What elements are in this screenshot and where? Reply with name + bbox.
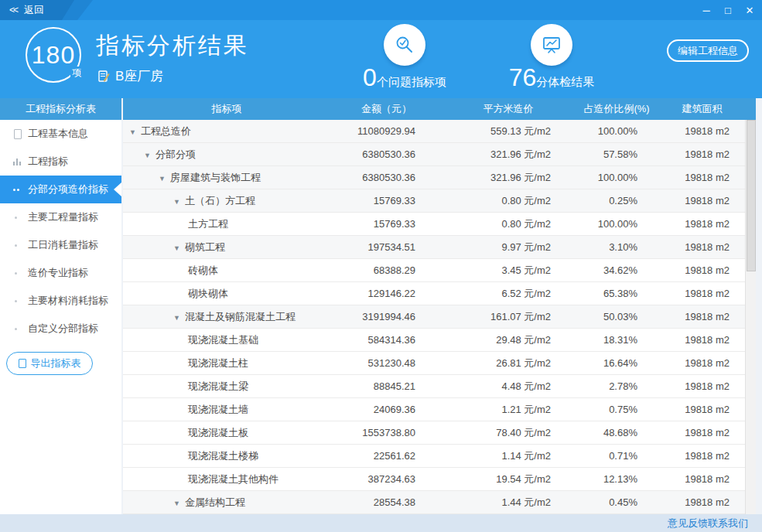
table-row[interactable]: 现浇混凝土墙 24069.36 1.21 元/m2 0.75% 19818 m2 [123,398,756,421]
scrollbar-thumb[interactable] [747,120,756,271]
export-indicator-table-button[interactable]: 导出指标表 [6,352,93,375]
sidebar-item[interactable]: 自定义分部指标 [0,315,121,343]
amount-value: 531230.48 [330,357,443,369]
amount-value: 68388.29 [330,264,443,276]
maximize-button[interactable]: □ [717,0,739,20]
table-row[interactable]: 土方工程 15769.33 0.80 元/m2 100.00% 19818 m2 [123,213,756,236]
amount-value: 24069.36 [330,404,443,415]
collapse-triangle-icon[interactable]: ▼ [173,314,180,322]
back-button[interactable]: << 返回 [0,0,74,20]
table-row[interactable]: 砌块砌体 129146.22 6.52 元/m2 65.38% 19818 m2 [123,282,756,305]
collapse-triangle-icon[interactable]: ▼ [173,244,180,252]
unit-price-value: 9.97 元/m2 [443,240,574,254]
collapse-triangle-icon[interactable]: ▼ [159,175,166,182]
table-row[interactable]: ▼工程总造价 11080929.94 559.13 元/m2 100.00% 1… [123,120,756,143]
sidebar-item[interactable]: 工程基本信息 [0,120,121,148]
header-banner: 180 项 指标分析结果 B座厂房 0个问题指标项 [0,20,762,98]
indicator-label: 砌筑工程 [185,241,225,253]
table-row[interactable]: ▼房屋建筑与装饰工程 6380530.36 321.96 元/m2 100.00… [123,166,756,189]
cost-ratio-value: 48.68% [574,427,659,438]
page-title: 指标分析结果 [96,30,249,62]
unit-price-value: 26.81 元/m2 [443,356,574,370]
dot-icon [12,240,22,250]
monitor-chart-icon [531,24,572,66]
sidebar-item-label: 主要工程量指标 [28,210,98,224]
cost-ratio-value: 16.64% [574,357,659,369]
sidebar-item[interactable]: 造价专业指标 [0,259,121,287]
floor-area-value: 19818 m2 [659,427,745,438]
amount-value: 584314.36 [330,334,443,346]
unit-price-value: 4.48 元/m2 [443,380,574,394]
collapse-triangle-icon[interactable]: ▼ [173,500,180,507]
problem-indicators-stat[interactable]: 0个问题指标项 [347,24,463,92]
vertical-scrollbar[interactable] [745,120,756,514]
sidebar-item[interactable]: 主要工程量指标 [0,203,121,231]
floor-area-value: 19818 m2 [659,264,745,276]
table-row[interactable]: ▼金属结构工程 28554.38 1.44 元/m2 0.45% 19818 m… [123,491,756,514]
unit-price-value: 1.14 元/m2 [443,449,574,463]
indicator-label: 分部分项 [155,148,196,160]
unit-price-value: 0.80 元/m2 [443,217,574,231]
sidebar-item-label: 主要材料消耗指标 [28,294,108,308]
amount-value: 1553738.80 [330,427,443,438]
collapse-triangle-icon[interactable]: ▼ [129,128,136,136]
sidebar-item[interactable]: 主要材料消耗指标 [0,287,121,315]
table-row[interactable]: 现浇混凝土柱 531230.48 26.81 元/m2 16.64% 19818… [123,352,756,375]
collapse-triangle-icon[interactable]: ▼ [173,198,180,206]
cost-ratio-value: 100.00% [574,172,659,183]
amount-value: 15769.33 [330,218,443,230]
indicator-label: 砌块砌体 [188,288,228,299]
amount-value: 88845.21 [330,380,443,392]
sidebar-item[interactable]: 分部分项造价指标 [0,176,121,203]
unit-price-value: 19.54 元/m2 [443,472,574,486]
footer-bar: 意见反馈联系我们 [0,514,762,532]
edit-project-info-button[interactable]: 编辑工程信息 [667,39,749,62]
indicator-label: 房屋建筑与装饰工程 [170,172,261,183]
sidebar-item-label: 工程指标 [28,155,68,169]
health-score-stat[interactable]: 76分体检结果 [494,24,610,92]
feedback-contact-link[interactable]: 意见反馈联系我们 [668,517,748,530]
collapse-triangle-icon[interactable]: ▼ [144,152,151,159]
amount-value: 15769.33 [330,195,443,206]
cost-ratio-value: 0.75% [574,404,659,415]
amount-value: 129146.22 [330,288,443,299]
edit-note-icon [97,70,111,83]
sidebar-item-label: 造价专业指标 [28,266,88,280]
sidebar-item[interactable]: 工日消耗量指标 [0,231,121,259]
dot-icon [12,268,22,278]
health-score-label: 分体检结果 [536,75,594,88]
health-score: 76 [509,63,537,91]
export-button-label: 导出指标表 [31,356,81,370]
table-row[interactable]: 现浇混凝土基础 584314.36 29.48 元/m2 18.31% 1981… [123,329,756,352]
table-row[interactable]: 现浇混凝土其他构件 387234.63 19.54 元/m2 12.13% 19… [123,468,756,491]
table-row[interactable]: 砖砌体 68388.29 3.45 元/m2 34.62% 19818 m2 [123,259,756,282]
back-button-label: 返回 [24,3,44,17]
table-row[interactable]: ▼分部分项 6380530.36 321.96 元/m2 57.58% 1981… [123,143,756,166]
indicator-label: 现浇混凝土梁 [188,380,248,392]
table-row[interactable]: 现浇混凝土楼梯 22561.62 1.14 元/m2 0.71% 19818 m… [123,445,756,468]
floor-area-value: 19818 m2 [659,496,745,508]
floor-area-value: 19818 m2 [659,148,745,160]
table-row[interactable]: ▼混凝土及钢筋混凝土工程 3191994.46 161.07 元/m2 50.0… [123,305,756,329]
amount-value: 387234.63 [330,473,443,485]
table-row[interactable]: ▼土（石）方工程 15769.33 0.80 元/m2 0.25% 19818 … [123,189,756,213]
minimize-button[interactable]: ─ [695,0,717,20]
dot-icon [12,296,22,305]
floor-area-value: 19818 m2 [659,380,745,392]
amount-value: 6380530.36 [330,148,443,160]
table-row[interactable]: 现浇混凝土板 1553738.80 78.40 元/m2 48.68% 1981… [123,421,756,445]
document-icon [19,359,26,368]
indicator-label: 现浇混凝土其他构件 [188,473,278,485]
sidebar-items: 工程基本信息 工程指标 分部分项造价指标 主要工程量指标 工日消耗量指标 造价专… [0,120,121,343]
cost-ratio-value: 0.71% [574,450,659,462]
indicator-table: 指标项 金额（元） 平方米造价 占造价比例(%) 建筑面积 ▼工程总造价 110… [121,98,756,514]
indicator-label: 现浇混凝土板 [188,427,248,438]
indicator-count-badge: 180 项 [26,27,81,83]
sidebar-item[interactable]: 工程指标 [0,148,121,176]
close-button[interactable]: ✕ [739,0,760,20]
table-row[interactable]: 现浇混凝土梁 88845.21 4.48 元/m2 2.78% 19818 m2 [123,375,756,398]
indicator-label: 金属结构工程 [185,496,245,508]
indicator-label: 工程总造价 [141,125,191,137]
table-row[interactable]: ▼砌筑工程 197534.51 9.97 元/m2 3.10% 19818 m2 [123,236,756,259]
cost-ratio-value: 12.13% [574,473,659,485]
